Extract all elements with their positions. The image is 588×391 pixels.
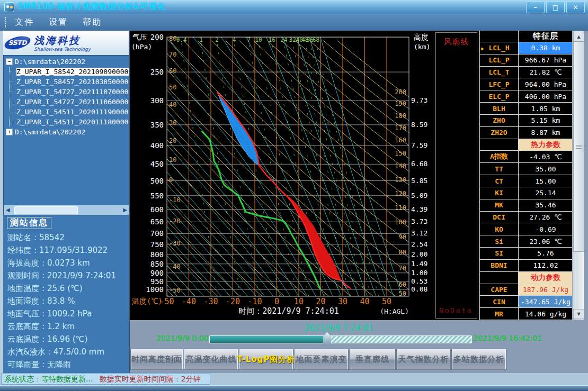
table-row[interactable]: ELC_P406.00 hPa <box>480 90 573 103</box>
param-label: LCL_T <box>480 67 519 78</box>
param-value: 14.06 g/kg <box>519 308 573 320</box>
param-value: 0.38 km <box>519 42 573 54</box>
param-value: 35.00 <box>519 163 573 175</box>
svg-text:50: 50 <box>399 290 406 297</box>
svg-text:-50: -50 <box>169 287 181 294</box>
svg-text:-30: -30 <box>203 297 218 306</box>
tree-item[interactable]: Z_UPAR_I_54511_202011190000C <box>10 107 129 117</box>
scroll-thumb[interactable] <box>573 41 584 252</box>
param-label: LCL_H <box>480 42 519 54</box>
svg-text:70: 70 <box>399 265 406 272</box>
tree-branch-icon <box>10 102 15 102</box>
param-value: 15.00 <box>519 175 573 187</box>
tree-item[interactable]: Z_UPAR_I_58457_202103050000C <box>10 77 129 87</box>
tab-5[interactable]: 垂直廓线 <box>350 349 395 369</box>
tab-1[interactable]: 时间高度剖面 <box>131 349 183 369</box>
menu-item-2[interactable]: 帮助 <box>75 17 109 28</box>
svg-text:SSTD: SSTD <box>8 39 28 47</box>
tree-item[interactable]: Z_UPAR_I_58542_202109090000C <box>10 67 129 77</box>
table-row[interactable]: CIN-347.65 J/kg <box>480 296 573 308</box>
svg-text:4: 4 <box>233 37 236 43</box>
table-row[interactable]: LCL_T21.82 ℃ <box>480 67 573 79</box>
svg-text:2.00: 2.00 <box>411 250 427 258</box>
station-info-row: 地面湿度：83.8 % <box>7 295 129 307</box>
param-label: BLH <box>480 103 519 114</box>
tree-item[interactable]: Z_UPAR_I_54727_202111060000C <box>10 97 129 107</box>
tree-expander-icon[interactable]: − <box>6 58 13 65</box>
tab-4[interactable]: 地面要素演变 <box>295 349 348 369</box>
param-label: CT <box>480 175 519 187</box>
table-row[interactable]: TT35.00 <box>480 163 573 175</box>
tab-3[interactable]: T-LogP图分析 <box>239 349 293 369</box>
param-value: -4.03 ℃ <box>519 151 573 162</box>
system-status-text: 系统状态：等待数据更新... <box>4 375 93 383</box>
sstd-logo-icon: SSTD <box>3 32 32 53</box>
table-row[interactable]: A指数-4.03 ℃ <box>480 151 573 163</box>
tree-item[interactable]: Z_UPAR_I_54727_202111070000C <box>10 87 129 97</box>
scroll-up-icon[interactable]: ▲ <box>573 32 584 42</box>
table-row[interactable]: KO-0.69 <box>480 223 573 235</box>
menu-item-0[interactable]: 文件 <box>7 17 41 28</box>
tree-node[interactable]: −D:\smrdata\202202 <box>5 57 129 67</box>
scroll-left-icon[interactable]: ◀ <box>6 207 10 213</box>
table-row[interactable]: BDNI112.02 <box>480 260 573 272</box>
svg-text:800: 800 <box>150 250 164 259</box>
param-value: 966.67 hPa <box>519 54 573 66</box>
scroll-right-icon[interactable]: ▶ <box>123 207 127 213</box>
svg-text:-30: -30 <box>169 240 181 247</box>
tab-2[interactable]: 亮温变化曲线 <box>184 349 238 369</box>
table-row[interactable]: DCI27.26 ℃ <box>480 212 573 224</box>
table-row[interactable]: 动力参数 <box>480 272 573 284</box>
svg-text:950: 950 <box>150 277 164 286</box>
wind-profile-panel: 风廓线 NoData <box>433 31 479 320</box>
table-row[interactable]: MR14.06 g/kg <box>480 308 573 320</box>
maximize-button[interactable]: □ <box>546 1 565 13</box>
table-row[interactable]: CT15.00 <box>480 175 573 187</box>
tree-item[interactable]: Z_UPAR_I_54511_202011180000C <box>10 117 129 127</box>
table-row[interactable]: CAPE187.96 J/kg <box>480 284 573 296</box>
table-row[interactable]: SI5.76 <box>480 248 573 260</box>
svg-text:20: 20 <box>169 137 176 144</box>
param-label: ELC_P <box>480 90 519 102</box>
menu-item-1[interactable]: 设置 <box>41 17 75 28</box>
scroll-thumb[interactable] <box>14 206 78 214</box>
timeline-slider[interactable] <box>209 335 472 343</box>
tab-7[interactable]: 多站数据分析 <box>452 349 506 369</box>
station-info-row: 地面温度：25.6 (℃) <box>7 282 129 295</box>
close-button[interactable]: ✕ <box>566 1 585 13</box>
tree-expander-icon[interactable]: + <box>6 129 13 135</box>
timeline-slider-handle[interactable] <box>323 332 331 345</box>
table-vertical-scrollbar[interactable]: ▲ ▼ <box>572 31 584 320</box>
table-row[interactable]: Si23.06 ℃ <box>480 235 573 248</box>
svg-text:高度: 高度 <box>414 33 429 41</box>
table-row[interactable]: 热力参数 <box>480 139 573 151</box>
table-row[interactable]: LFC_P964.00 hPa <box>480 78 573 90</box>
minimize-button[interactable]: – <box>526 1 545 13</box>
table-row[interactable]: ZHO5.15 km <box>480 115 573 127</box>
station-info-row: 测站名：58542 <box>7 231 129 244</box>
tree-branch-icon <box>10 112 15 112</box>
param-value: 964.00 hPa <box>519 78 573 90</box>
table-row[interactable]: ▶LCL_H0.38 km <box>480 42 573 54</box>
table-row[interactable]: ZH2O8.87 km <box>480 127 573 139</box>
svg-text:190: 190 <box>395 100 406 107</box>
param-label <box>480 139 519 151</box>
table-row[interactable]: LCL_P966.67 hPa <box>480 54 573 67</box>
tree-horizontal-scrollbar[interactable]: ◀ ▶ <box>4 205 129 215</box>
station-info-row: 经纬度：117.095/31.9022 <box>7 244 129 257</box>
station-info-row: 水汽&液水：47.5/0.0 mm <box>7 345 129 358</box>
table-row[interactable]: MK35.46 <box>480 199 573 212</box>
svg-text:200: 200 <box>395 88 406 96</box>
svg-text:120: 120 <box>395 190 406 197</box>
timeline-elapsed <box>210 336 327 343</box>
table-row[interactable]: BLH1.05 km <box>480 103 573 115</box>
table-row[interactable]: KI25.14 <box>480 187 573 199</box>
scroll-down-icon[interactable]: ▼ <box>573 309 584 319</box>
svg-text:400: 400 <box>150 141 164 150</box>
tree-node[interactable]: +D:\smrdata\202202 <box>5 127 129 137</box>
param-label: Si <box>480 235 519 247</box>
tab-6[interactable]: 天气指数分析 <box>397 349 450 369</box>
svg-text:68: 68 <box>313 37 319 43</box>
tree-children: Z_UPAR_I_58542_202109090000CZ_UPAR_I_584… <box>9 67 129 127</box>
svg-text:10: 10 <box>294 297 304 306</box>
